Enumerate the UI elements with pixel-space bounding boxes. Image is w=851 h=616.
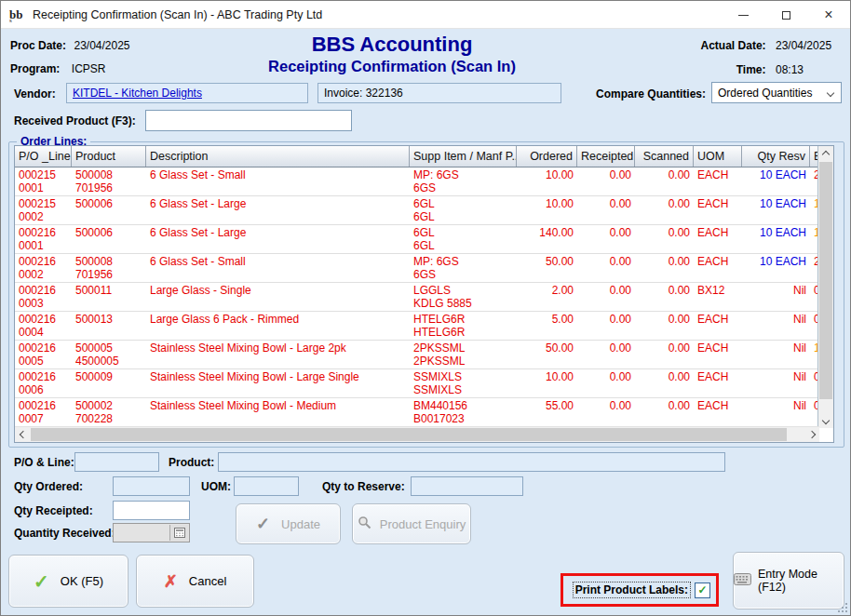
scroll-left-icon[interactable] (15, 427, 31, 442)
order-line-row[interactable]: 0002160003500011Large Glass - SingleLGGL… (15, 283, 817, 312)
cell-extra: 2 (810, 254, 817, 282)
column-header-uom[interactable]: UOM (694, 146, 742, 167)
quantity-received-field[interactable] (113, 523, 190, 542)
cell-ordered: 5.00 (517, 312, 577, 340)
cell-scanned: 0.00 (635, 283, 694, 311)
compare-quantities-select[interactable]: Ordered Quantities (711, 82, 842, 103)
order-line-row[interactable]: 00021600025000087019566 Glass Set - Smal… (15, 254, 817, 283)
maximize-button[interactable] (764, 1, 807, 29)
quantity-received-label: Quantity Received: (14, 527, 115, 540)
column-header-product[interactable]: Product (72, 146, 146, 167)
minimize-button[interactable] (722, 1, 764, 29)
cell-supp: MP: 6GS6GS (410, 254, 517, 282)
cancel-button[interactable]: ✗ Cancel (136, 555, 254, 608)
cell-ordered: 50.00 (517, 254, 577, 282)
horizontal-scroll-thumb[interactable] (31, 428, 787, 441)
order-line-row[interactable]: 00021500015000087019566 Glass Set - Smal… (15, 167, 817, 196)
order-line-row[interactable]: 00021500025000066 Glass Set - Large6GL6G… (15, 196, 817, 225)
update-button-label: Update (281, 517, 320, 531)
calculator-button[interactable] (169, 525, 188, 541)
vendor-label: Vendor: (14, 87, 56, 100)
column-header-extra[interactable]: B (810, 146, 817, 167)
update-button[interactable]: ✓ Update (236, 503, 341, 544)
cell-scanned: 0.00 (635, 341, 694, 368)
cell-supp: 6GL6GL (410, 196, 517, 224)
order-line-row[interactable]: 0002160007500002700228Stainless Steel Mi… (15, 398, 817, 427)
print-labels-annotation-box: Print Product Labels: ✓ (561, 573, 719, 607)
cell-po_line: 0002150001 (15, 167, 72, 195)
po-line-field[interactable] (74, 452, 159, 472)
cell-product: 500013 (72, 312, 146, 340)
cell-uom: EACH (694, 369, 742, 397)
cell-po_line: 0002150002 (15, 196, 72, 224)
page-subtitle: Receipting Confirmation (Scan In) (178, 58, 606, 75)
column-header-scanned[interactable]: Scanned (635, 146, 694, 167)
qty-receipted-field[interactable] (113, 501, 190, 520)
vertical-scrollbar[interactable] (817, 146, 833, 428)
app-icon: bb s (8, 7, 27, 23)
scroll-down-icon[interactable] (818, 412, 833, 428)
cell-qty_resv: Nil (742, 283, 810, 311)
uom-label: UOM: (201, 480, 231, 493)
received-product-input[interactable] (145, 110, 352, 131)
order-line-row[interactable]: 00021600015000066 Glass Set - Large6GL6G… (15, 225, 817, 254)
order-line-row[interactable]: 00021600055000054500005Stainless Steel M… (15, 341, 817, 369)
order-line-row[interactable]: 0002160006500009Stainless Steel Mixing B… (15, 369, 817, 398)
qty-ordered-field[interactable] (113, 476, 190, 496)
resize-grip[interactable] (836, 601, 847, 612)
received-product-label: Received Product (F3): (14, 114, 136, 127)
page-title: BBS Accounting (178, 33, 606, 57)
cell-supp: HTELG6RHTELG6R (410, 312, 517, 340)
calculator-icon (174, 528, 185, 538)
compare-quantities-value: Ordered Quantities (718, 87, 812, 100)
scroll-right-icon[interactable] (804, 427, 819, 442)
column-header-receipted[interactable]: Receipted (577, 146, 635, 167)
order-line-row[interactable]: 0002160004500013Large Glass 6 Pack - Rim… (15, 312, 817, 341)
horizontal-scrollbar[interactable] (15, 426, 819, 442)
scroll-up-icon[interactable] (818, 146, 833, 162)
entry-mode-button[interactable]: Entry Mode (F12) (733, 552, 844, 609)
cell-supp: SSMIXLSSSMIXLS (410, 369, 517, 397)
print-product-labels-label: Print Product Labels: (574, 583, 690, 597)
qty-to-reserve-field[interactable] (411, 476, 523, 496)
cell-receipted: 0.00 (577, 225, 635, 253)
print-product-labels-checkbox[interactable]: ✓ (695, 583, 710, 598)
uom-field[interactable] (234, 476, 299, 496)
order-lines-table: P/O _LineProductDescriptionSupp Item / M… (14, 145, 834, 443)
program-value: ICPSR (72, 62, 106, 75)
cell-product: 500006 (72, 196, 146, 224)
cell-po_line: 0002160005 (15, 341, 72, 368)
magnifier-icon (358, 516, 372, 533)
vendor-field: KITDEL - Kitchen Delights (66, 83, 308, 103)
cell-product: 500008701956 (72, 167, 146, 195)
invoice-field[interactable]: Invoice: 322136 (317, 83, 561, 103)
column-header-description[interactable]: Description (146, 146, 410, 167)
cell-supp: 2PKSSML2PKSSML (410, 341, 517, 368)
product-enquiry-button[interactable]: Product Enquiry (352, 503, 471, 544)
vendor-link[interactable]: KITDEL - Kitchen Delights (73, 87, 202, 100)
column-header-ordered[interactable]: Ordered (517, 146, 577, 167)
cell-scanned: 0.00 (635, 312, 694, 340)
cell-extra: 0 (810, 312, 817, 340)
column-header-po_line[interactable]: P/O _Line (15, 146, 72, 167)
product-field[interactable] (218, 452, 725, 472)
column-header-qty_resv[interactable]: Qty Resv (742, 146, 810, 167)
ok-button[interactable]: ✓ OK (F5) (8, 555, 128, 608)
cell-uom: EACH (694, 398, 742, 426)
cell-extra: 0 (810, 369, 817, 397)
cell-description: 6 Glass Set - Small (146, 167, 410, 195)
cell-scanned: 0.00 (635, 398, 694, 426)
cell-product: 500008701956 (72, 254, 146, 282)
vertical-scroll-thumb[interactable] (819, 162, 832, 399)
ok-check-icon: ✓ (34, 570, 49, 593)
actual-date-label: Actual Date: (701, 39, 766, 52)
cell-uom: EACH (694, 167, 742, 195)
cell-product: 500009 (72, 369, 146, 397)
cell-receipted: 0.00 (577, 398, 635, 426)
program-label: Program: (10, 62, 60, 75)
close-button[interactable]: × (807, 1, 850, 29)
qty-to-reserve-label: Qty to Reserve: (322, 480, 405, 493)
column-header-supp[interactable]: Supp Item / Manf P.. (410, 146, 517, 167)
keyboard-icon (734, 573, 751, 588)
cell-ordered: 10.00 (517, 167, 577, 195)
